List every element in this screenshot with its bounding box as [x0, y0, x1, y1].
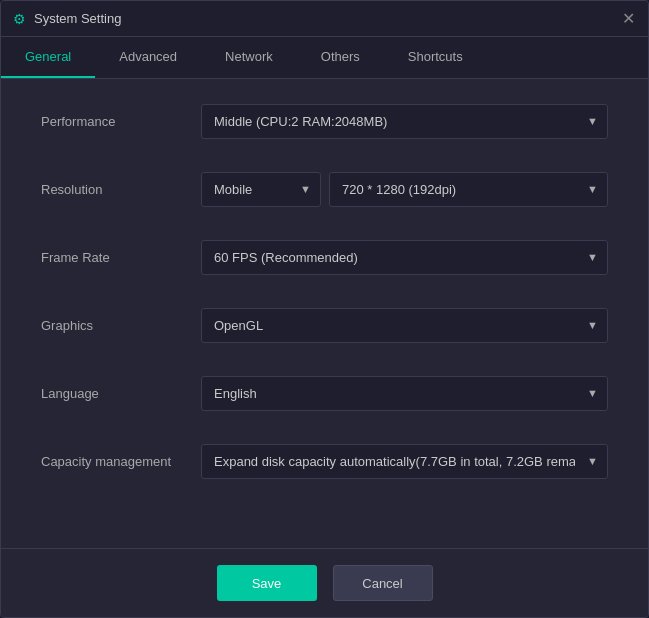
performance-label: Performance [41, 114, 201, 129]
framerate-row: Frame Rate 15 FPS 30 FPS 60 FPS (Recomme… [41, 235, 608, 279]
window-title: System Setting [34, 11, 121, 26]
language-label: Language [41, 386, 201, 401]
tab-others[interactable]: Others [297, 37, 384, 78]
tab-network[interactable]: Network [201, 37, 297, 78]
tab-shortcuts[interactable]: Shortcuts [384, 37, 487, 78]
graphics-control: OpenGL DirectX Vulkan ▼ [201, 308, 608, 343]
framerate-control: 15 FPS 30 FPS 60 FPS (Recommended) 120 F… [201, 240, 608, 275]
framerate-select[interactable]: 15 FPS 30 FPS 60 FPS (Recommended) 120 F… [201, 240, 608, 275]
graphics-row: Graphics OpenGL DirectX Vulkan ▼ [41, 303, 608, 347]
performance-control: Low (CPU:1 RAM:1024MB) Middle (CPU:2 RAM… [201, 104, 608, 139]
language-row: Language English Chinese (Simplified) Ch… [41, 371, 608, 415]
capacity-control: Expand disk capacity automatically(7.7GB… [201, 444, 608, 479]
tab-advanced[interactable]: Advanced [95, 37, 201, 78]
capacity-row: Capacity management Expand disk capacity… [41, 439, 608, 483]
resolution-row: Resolution Mobile Tablet Custom ▼ 720 * … [41, 167, 608, 211]
resolution-size-select[interactable]: 720 * 1280 (192dpi) 1080 * 1920 (480dpi)… [329, 172, 608, 207]
language-control: English Chinese (Simplified) Chinese (Tr… [201, 376, 608, 411]
system-setting-window: ⚙ System Setting ✕ General Advanced Netw… [0, 0, 649, 618]
graphics-select-wrapper: OpenGL DirectX Vulkan ▼ [201, 308, 608, 343]
graphics-label: Graphics [41, 318, 201, 333]
capacity-select-wrapper: Expand disk capacity automatically(7.7GB… [201, 444, 608, 479]
framerate-label: Frame Rate [41, 250, 201, 265]
tab-general[interactable]: General [1, 37, 95, 78]
resolution-type-select-wrapper: Mobile Tablet Custom ▼ [201, 172, 321, 207]
close-button[interactable]: ✕ [620, 11, 636, 27]
graphics-select[interactable]: OpenGL DirectX Vulkan [201, 308, 608, 343]
performance-select-wrapper: Low (CPU:1 RAM:1024MB) Middle (CPU:2 RAM… [201, 104, 608, 139]
resolution-control: Mobile Tablet Custom ▼ 720 * 1280 (192dp… [201, 172, 608, 207]
framerate-select-wrapper: 15 FPS 30 FPS 60 FPS (Recommended) 120 F… [201, 240, 608, 275]
settings-content: Performance Low (CPU:1 RAM:1024MB) Middl… [1, 79, 648, 548]
settings-icon: ⚙ [13, 11, 26, 27]
language-select-wrapper: English Chinese (Simplified) Chinese (Tr… [201, 376, 608, 411]
capacity-label: Capacity management [41, 454, 201, 469]
resolution-label: Resolution [41, 182, 201, 197]
language-select[interactable]: English Chinese (Simplified) Chinese (Tr… [201, 376, 608, 411]
save-button[interactable]: Save [217, 565, 317, 601]
performance-row: Performance Low (CPU:1 RAM:1024MB) Middl… [41, 99, 608, 143]
resolution-size-select-wrapper: 720 * 1280 (192dpi) 1080 * 1920 (480dpi)… [329, 172, 608, 207]
footer: Save Cancel [1, 548, 648, 617]
title-bar-left: ⚙ System Setting [13, 11, 121, 27]
performance-select[interactable]: Low (CPU:1 RAM:1024MB) Middle (CPU:2 RAM… [201, 104, 608, 139]
cancel-button[interactable]: Cancel [333, 565, 433, 601]
capacity-select[interactable]: Expand disk capacity automatically(7.7GB… [201, 444, 608, 479]
title-bar: ⚙ System Setting ✕ [1, 1, 648, 37]
resolution-type-select[interactable]: Mobile Tablet Custom [201, 172, 321, 207]
tab-bar: General Advanced Network Others Shortcut… [1, 37, 648, 79]
